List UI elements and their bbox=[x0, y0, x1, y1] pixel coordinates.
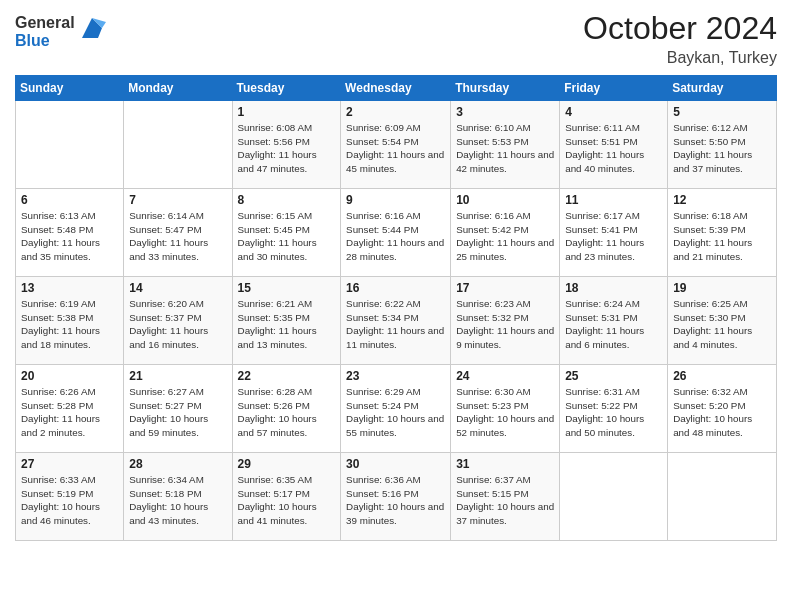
day-number: 4 bbox=[565, 105, 662, 119]
day-info: Sunrise: 6:25 AM Sunset: 5:30 PM Dayligh… bbox=[673, 297, 771, 352]
logo: General Blue bbox=[15, 14, 106, 49]
day-cell-4-4: 31Sunrise: 6:37 AM Sunset: 5:15 PM Dayli… bbox=[451, 453, 560, 541]
day-info: Sunrise: 6:08 AM Sunset: 5:56 PM Dayligh… bbox=[238, 121, 336, 176]
day-info: Sunrise: 6:23 AM Sunset: 5:32 PM Dayligh… bbox=[456, 297, 554, 352]
header-tuesday: Tuesday bbox=[232, 76, 341, 101]
header-friday: Friday bbox=[560, 76, 668, 101]
week-row-4: 20Sunrise: 6:26 AM Sunset: 5:28 PM Dayli… bbox=[16, 365, 777, 453]
day-number: 23 bbox=[346, 369, 445, 383]
day-cell-0-2: 1Sunrise: 6:08 AM Sunset: 5:56 PM Daylig… bbox=[232, 101, 341, 189]
day-cell-1-4: 10Sunrise: 6:16 AM Sunset: 5:42 PM Dayli… bbox=[451, 189, 560, 277]
week-row-2: 6Sunrise: 6:13 AM Sunset: 5:48 PM Daylig… bbox=[16, 189, 777, 277]
logo-blue: Blue bbox=[15, 32, 75, 50]
day-info: Sunrise: 6:35 AM Sunset: 5:17 PM Dayligh… bbox=[238, 473, 336, 528]
page: General Blue October 2024 Baykan, Turkey… bbox=[0, 0, 792, 612]
day-cell-4-3: 30Sunrise: 6:36 AM Sunset: 5:16 PM Dayli… bbox=[341, 453, 451, 541]
day-info: Sunrise: 6:27 AM Sunset: 5:27 PM Dayligh… bbox=[129, 385, 226, 440]
day-info: Sunrise: 6:16 AM Sunset: 5:42 PM Dayligh… bbox=[456, 209, 554, 264]
day-info: Sunrise: 6:29 AM Sunset: 5:24 PM Dayligh… bbox=[346, 385, 445, 440]
day-number: 13 bbox=[21, 281, 118, 295]
day-info: Sunrise: 6:17 AM Sunset: 5:41 PM Dayligh… bbox=[565, 209, 662, 264]
day-cell-2-0: 13Sunrise: 6:19 AM Sunset: 5:38 PM Dayli… bbox=[16, 277, 124, 365]
day-info: Sunrise: 6:12 AM Sunset: 5:50 PM Dayligh… bbox=[673, 121, 771, 176]
day-cell-0-5: 4Sunrise: 6:11 AM Sunset: 5:51 PM Daylig… bbox=[560, 101, 668, 189]
day-cell-1-3: 9Sunrise: 6:16 AM Sunset: 5:44 PM Daylig… bbox=[341, 189, 451, 277]
day-number: 16 bbox=[346, 281, 445, 295]
day-cell-1-1: 7Sunrise: 6:14 AM Sunset: 5:47 PM Daylig… bbox=[124, 189, 232, 277]
day-cell-4-1: 28Sunrise: 6:34 AM Sunset: 5:18 PM Dayli… bbox=[124, 453, 232, 541]
day-info: Sunrise: 6:22 AM Sunset: 5:34 PM Dayligh… bbox=[346, 297, 445, 352]
day-info: Sunrise: 6:31 AM Sunset: 5:22 PM Dayligh… bbox=[565, 385, 662, 440]
day-number: 22 bbox=[238, 369, 336, 383]
day-cell-3-6: 26Sunrise: 6:32 AM Sunset: 5:20 PM Dayli… bbox=[668, 365, 777, 453]
header-saturday: Saturday bbox=[668, 76, 777, 101]
day-info: Sunrise: 6:32 AM Sunset: 5:20 PM Dayligh… bbox=[673, 385, 771, 440]
day-cell-3-3: 23Sunrise: 6:29 AM Sunset: 5:24 PM Dayli… bbox=[341, 365, 451, 453]
day-info: Sunrise: 6:09 AM Sunset: 5:54 PM Dayligh… bbox=[346, 121, 445, 176]
header-monday: Monday bbox=[124, 76, 232, 101]
day-number: 3 bbox=[456, 105, 554, 119]
day-info: Sunrise: 6:34 AM Sunset: 5:18 PM Dayligh… bbox=[129, 473, 226, 528]
day-info: Sunrise: 6:18 AM Sunset: 5:39 PM Dayligh… bbox=[673, 209, 771, 264]
day-cell-3-1: 21Sunrise: 6:27 AM Sunset: 5:27 PM Dayli… bbox=[124, 365, 232, 453]
day-number: 28 bbox=[129, 457, 226, 471]
day-number: 9 bbox=[346, 193, 445, 207]
day-info: Sunrise: 6:30 AM Sunset: 5:23 PM Dayligh… bbox=[456, 385, 554, 440]
title-block: October 2024 Baykan, Turkey bbox=[583, 10, 777, 67]
day-cell-1-6: 12Sunrise: 6:18 AM Sunset: 5:39 PM Dayli… bbox=[668, 189, 777, 277]
day-cell-2-3: 16Sunrise: 6:22 AM Sunset: 5:34 PM Dayli… bbox=[341, 277, 451, 365]
day-info: Sunrise: 6:20 AM Sunset: 5:37 PM Dayligh… bbox=[129, 297, 226, 352]
day-cell-3-2: 22Sunrise: 6:28 AM Sunset: 5:26 PM Dayli… bbox=[232, 365, 341, 453]
day-info: Sunrise: 6:15 AM Sunset: 5:45 PM Dayligh… bbox=[238, 209, 336, 264]
week-row-1: 1Sunrise: 6:08 AM Sunset: 5:56 PM Daylig… bbox=[16, 101, 777, 189]
day-cell-2-6: 19Sunrise: 6:25 AM Sunset: 5:30 PM Dayli… bbox=[668, 277, 777, 365]
week-row-5: 27Sunrise: 6:33 AM Sunset: 5:19 PM Dayli… bbox=[16, 453, 777, 541]
location-title: Baykan, Turkey bbox=[583, 49, 777, 67]
logo-text: General Blue bbox=[15, 14, 75, 49]
day-info: Sunrise: 6:21 AM Sunset: 5:35 PM Dayligh… bbox=[238, 297, 336, 352]
day-number: 31 bbox=[456, 457, 554, 471]
day-info: Sunrise: 6:11 AM Sunset: 5:51 PM Dayligh… bbox=[565, 121, 662, 176]
day-number: 12 bbox=[673, 193, 771, 207]
day-cell-4-5 bbox=[560, 453, 668, 541]
day-cell-0-1 bbox=[124, 101, 232, 189]
week-row-3: 13Sunrise: 6:19 AM Sunset: 5:38 PM Dayli… bbox=[16, 277, 777, 365]
day-cell-3-0: 20Sunrise: 6:26 AM Sunset: 5:28 PM Dayli… bbox=[16, 365, 124, 453]
day-info: Sunrise: 6:33 AM Sunset: 5:19 PM Dayligh… bbox=[21, 473, 118, 528]
day-number: 24 bbox=[456, 369, 554, 383]
header: General Blue October 2024 Baykan, Turkey bbox=[15, 10, 777, 67]
day-number: 8 bbox=[238, 193, 336, 207]
calendar-header-row: Sunday Monday Tuesday Wednesday Thursday… bbox=[16, 76, 777, 101]
day-number: 2 bbox=[346, 105, 445, 119]
day-cell-4-2: 29Sunrise: 6:35 AM Sunset: 5:17 PM Dayli… bbox=[232, 453, 341, 541]
day-number: 17 bbox=[456, 281, 554, 295]
day-info: Sunrise: 6:14 AM Sunset: 5:47 PM Dayligh… bbox=[129, 209, 226, 264]
day-number: 11 bbox=[565, 193, 662, 207]
calendar: Sunday Monday Tuesday Wednesday Thursday… bbox=[15, 75, 777, 541]
day-cell-1-5: 11Sunrise: 6:17 AM Sunset: 5:41 PM Dayli… bbox=[560, 189, 668, 277]
day-number: 5 bbox=[673, 105, 771, 119]
logo-general: General bbox=[15, 14, 75, 32]
day-number: 7 bbox=[129, 193, 226, 207]
day-cell-0-0 bbox=[16, 101, 124, 189]
day-info: Sunrise: 6:13 AM Sunset: 5:48 PM Dayligh… bbox=[21, 209, 118, 264]
day-cell-3-5: 25Sunrise: 6:31 AM Sunset: 5:22 PM Dayli… bbox=[560, 365, 668, 453]
day-number: 6 bbox=[21, 193, 118, 207]
day-number: 25 bbox=[565, 369, 662, 383]
day-number: 15 bbox=[238, 281, 336, 295]
day-cell-2-4: 17Sunrise: 6:23 AM Sunset: 5:32 PM Dayli… bbox=[451, 277, 560, 365]
day-number: 21 bbox=[129, 369, 226, 383]
day-cell-2-1: 14Sunrise: 6:20 AM Sunset: 5:37 PM Dayli… bbox=[124, 277, 232, 365]
day-number: 26 bbox=[673, 369, 771, 383]
day-info: Sunrise: 6:36 AM Sunset: 5:16 PM Dayligh… bbox=[346, 473, 445, 528]
day-cell-2-5: 18Sunrise: 6:24 AM Sunset: 5:31 PM Dayli… bbox=[560, 277, 668, 365]
month-title: October 2024 bbox=[583, 10, 777, 47]
header-sunday: Sunday bbox=[16, 76, 124, 101]
day-cell-0-4: 3Sunrise: 6:10 AM Sunset: 5:53 PM Daylig… bbox=[451, 101, 560, 189]
day-cell-4-6 bbox=[668, 453, 777, 541]
day-info: Sunrise: 6:37 AM Sunset: 5:15 PM Dayligh… bbox=[456, 473, 554, 528]
day-cell-0-6: 5Sunrise: 6:12 AM Sunset: 5:50 PM Daylig… bbox=[668, 101, 777, 189]
day-number: 30 bbox=[346, 457, 445, 471]
logo-icon bbox=[78, 14, 106, 42]
day-info: Sunrise: 6:16 AM Sunset: 5:44 PM Dayligh… bbox=[346, 209, 445, 264]
